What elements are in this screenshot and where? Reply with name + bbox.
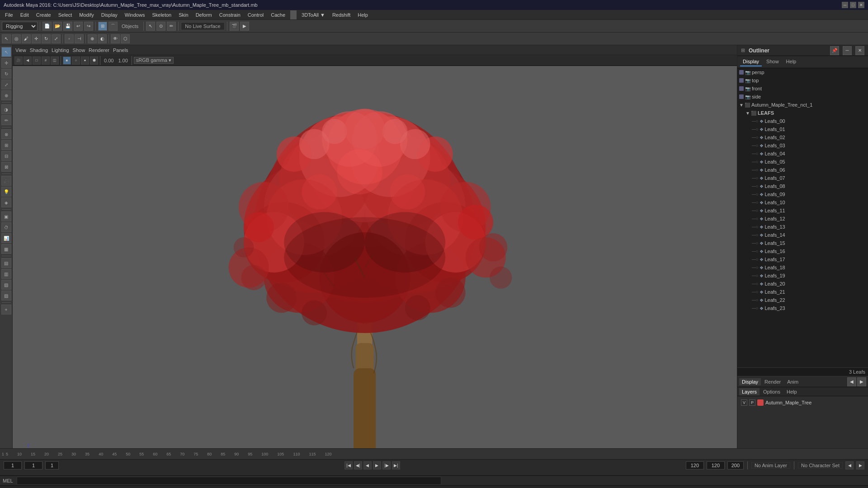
start-frame-input[interactable] — [24, 461, 42, 469]
vp-lasso-btn[interactable]: ○ — [72, 56, 80, 65]
vp-prev-btn[interactable]: ◀ — [24, 56, 32, 65]
lighting-menu[interactable]: Lighting — [52, 47, 69, 53]
playback-start-input[interactable] — [45, 461, 59, 469]
shading-menu[interactable]: Shading — [30, 47, 48, 53]
layer-vis-btn[interactable]: V — [741, 399, 747, 406]
menu-file[interactable]: File — [2, 11, 16, 19]
menu-cache[interactable]: Cache — [268, 11, 288, 19]
layers-subtab-options[interactable]: Options — [760, 388, 783, 395]
snap-curve-btn[interactable]: ⌒ — [108, 22, 118, 31]
extra4-btn[interactable]: ▨ — [1, 291, 11, 300]
vp-grid-btn[interactable]: # — [42, 56, 50, 65]
paint-mode-btn[interactable]: 🖌 — [22, 34, 31, 43]
outliner-item-leafs04[interactable]: —○ ❖ Leafs_04 — [737, 150, 868, 158]
outliner-item-leafs00[interactable]: —○ ❖ Leafs_00 — [737, 117, 868, 125]
outliner-item-leafs20[interactable]: —○ ❖ Leafs_20 — [737, 280, 868, 288]
outliner-item-top[interactable]: 📷 top — [737, 76, 868, 84]
char-set-btn2[interactable]: ▶ — [856, 461, 864, 469]
layers-nav-back[interactable]: ◀ — [847, 377, 856, 386]
outliner-item-leafs16[interactable]: —○ ❖ Leafs_16 — [737, 247, 868, 255]
lasso-btn[interactable]: ⊙ — [156, 22, 165, 31]
outliner-item-leafs11[interactable]: —○ ❖ Leafs_11 — [737, 206, 868, 215]
render-lt-btn[interactable]: ▣ — [1, 211, 11, 221]
outliner-item-leafs07[interactable]: —○ ❖ Leafs_07 — [737, 174, 868, 182]
outliner-item-persp[interactable]: 📷 persp — [737, 68, 868, 76]
no-char-set-label[interactable]: No Character Set — [798, 462, 843, 469]
outliner-item-leafs23[interactable]: —○ ❖ Leafs_23 — [737, 304, 868, 312]
range-end-input[interactable] — [727, 461, 744, 469]
menu-redshift[interactable]: Redshift — [329, 11, 354, 19]
outliner-tab-display[interactable]: Display — [740, 57, 762, 66]
snap-edge-btn[interactable]: ⊠ — [1, 162, 11, 172]
dope-lt-btn[interactable]: ▦ — [1, 244, 11, 254]
timeline-lt-btn[interactable]: ⏱ — [1, 222, 11, 232]
layer-ref-btn[interactable]: P — [749, 399, 755, 406]
layers-nav-fwd[interactable]: ▶ — [857, 377, 866, 386]
snap-pt-btn[interactable]: ⊞ — [1, 140, 11, 150]
outliner-item-leafs12[interactable]: —○ ❖ Leafs_12 — [737, 215, 868, 223]
panels-menu[interactable]: Panels — [113, 47, 128, 53]
playblast-btn[interactable]: ▶ — [240, 22, 249, 31]
joint-btn[interactable]: ◦ — [65, 34, 74, 43]
end-frame-input[interactable] — [707, 461, 725, 469]
no-anim-layer-label[interactable]: No Anim Layer — [751, 462, 790, 469]
snap-grid-btn[interactable]: ⊞ — [98, 22, 107, 31]
menu-create[interactable]: Create — [33, 11, 54, 19]
soft-mod-btn[interactable]: ⊕ — [88, 34, 97, 43]
vp-shading-btn[interactable]: □ — [33, 56, 41, 65]
close-button[interactable]: ✕ — [858, 2, 864, 8]
srgb-label[interactable]: sRGB gamma ▾ — [134, 57, 174, 64]
mode-selector[interactable]: Rigging Animation Polygons — [2, 22, 38, 31]
layer-color-swatch[interactable] — [757, 399, 764, 406]
playback-end-input[interactable] — [686, 461, 704, 469]
outliner-close-btn[interactable]: ✕ — [855, 46, 864, 55]
timeline-ruler[interactable]: 1 5 10 15 20 25 30 35 40 45 50 55 60 65 … — [0, 449, 868, 460]
menu-constrain[interactable]: Constrain — [216, 11, 244, 19]
snap-grid-lt-btn[interactable]: ⊟ — [1, 151, 11, 161]
paint-sel-btn[interactable]: ✏ — [167, 22, 176, 31]
maximize-button[interactable]: □ — [850, 2, 856, 8]
camera-btn[interactable]: 🎥 — [1, 176, 11, 186]
outliner-item-leafs10[interactable]: —○ ❖ Leafs_10 — [737, 198, 868, 206]
outliner-item-leafs01[interactable]: —○ ❖ Leafs_01 — [737, 125, 868, 133]
outliner-item-leafs17[interactable]: —○ ❖ Leafs_17 — [737, 255, 868, 263]
paint-lt-btn[interactable]: ✏ — [1, 115, 11, 125]
move-btn[interactable]: ✛ — [32, 34, 41, 43]
show-hide-btn[interactable]: 👁 — [111, 34, 120, 43]
move-lt-btn[interactable]: ✛ — [1, 58, 11, 68]
menu-skin[interactable]: Skin — [175, 11, 191, 19]
vp-cam-btn[interactable]: 🎥 — [14, 56, 23, 65]
menu-select[interactable]: Select — [55, 11, 75, 19]
outliner-item-maple-group[interactable]: ▼ ⬛ Autumn_Maple_Tree_nct_1 — [737, 101, 868, 109]
viewport[interactable]: View Shading Lighting Show Renderer Pane… — [13, 45, 737, 448]
jump-end-btn[interactable]: ▶| — [392, 461, 400, 469]
outliner-tab-show[interactable]: Show — [764, 57, 782, 66]
menu-help[interactable]: Help — [354, 11, 371, 19]
outliner-item-side[interactable]: 📷 side — [737, 93, 868, 101]
outliner-item-leafs14[interactable]: —○ ❖ Leafs_14 — [737, 231, 868, 239]
outliner-item-leafs02[interactable]: —○ ❖ Leafs_02 — [737, 133, 868, 141]
new-scene-btn[interactable]: 📄 — [42, 22, 52, 31]
outliner-item-leafs-group[interactable]: ▼ ⬛ LEAFS — [737, 109, 868, 117]
show-manip-btn[interactable]: ⊗ — [1, 129, 11, 139]
outliner-item-leafs21[interactable]: —○ ❖ Leafs_21 — [737, 288, 868, 296]
step-back-btn[interactable]: ◀| — [354, 461, 362, 469]
step-fwd-btn[interactable]: |▶ — [382, 461, 391, 469]
outliner-tab-help[interactable]: Help — [783, 57, 799, 66]
menu-windows[interactable]: Windows — [122, 11, 148, 19]
vp-select-btn[interactable]: ■ — [63, 56, 71, 65]
material-btn[interactable]: ◈ — [1, 197, 11, 207]
extra2-btn[interactable]: ▥ — [1, 269, 11, 279]
menu-skeleton[interactable]: Skeleton — [149, 11, 175, 19]
layers-tab-display[interactable]: Display — [739, 378, 761, 385]
vp-wire-btn[interactable]: ◫ — [51, 56, 59, 65]
outliner-item-leafs06[interactable]: —○ ❖ Leafs_06 — [737, 166, 868, 174]
isolate-btn[interactable]: ⬡ — [121, 34, 130, 43]
sel-mode-btn[interactable]: ↖ — [2, 34, 11, 43]
layers-tab-anim[interactable]: Anim — [784, 378, 801, 385]
vp-soft-btn[interactable]: ⬟ — [90, 56, 98, 65]
open-btn[interactable]: 📂 — [53, 22, 62, 31]
outliner-item-leafs22[interactable]: —○ ❖ Leafs_22 — [737, 296, 868, 304]
plus-btn[interactable]: + — [1, 305, 11, 314]
renderer-menu[interactable]: Renderer — [89, 47, 109, 53]
